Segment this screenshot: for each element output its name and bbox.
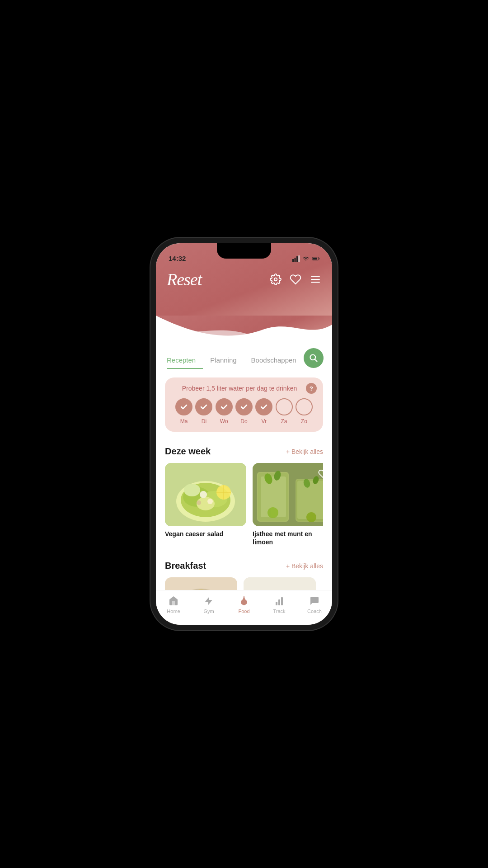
salad-svg — [165, 463, 246, 526]
deze-week-link[interactable]: + Bekijk alles — [286, 448, 323, 455]
svg-rect-60 — [278, 599, 280, 605]
checkmark-icon — [200, 403, 208, 411]
status-icons — [292, 255, 319, 262]
day-label-zo: Zo — [301, 418, 307, 425]
nav-item-track[interactable]: Track — [266, 595, 293, 614]
water-day-za[interactable]: Za — [276, 398, 293, 425]
svg-point-7 — [274, 278, 277, 281]
recipe-card-salad[interactable]: Vegan caeser salad — [165, 463, 246, 546]
svg-point-17 — [184, 484, 200, 496]
notch — [217, 243, 271, 259]
water-tracker-card: ? Probeer 1,5 liter water per dag te dri… — [165, 377, 323, 432]
recipe-card-drink[interactable]: Ijsthee met munt en limoen — [253, 463, 323, 546]
day-label-vr: Vr — [261, 418, 267, 425]
svg-rect-61 — [281, 597, 283, 605]
day-label-do: Do — [240, 418, 247, 425]
food-icon — [238, 595, 250, 607]
home-svg — [168, 595, 179, 606]
nav-label-home: Home — [167, 609, 180, 614]
app-logo: Reset — [167, 269, 202, 289]
breakfast-title: Breakfast — [165, 561, 206, 571]
wave-svg — [156, 316, 332, 343]
track-icon — [273, 595, 285, 607]
bottom-navigation: Home Gym Food — [156, 590, 332, 625]
water-message: Probeer 1,5 liter water per dag te drink… — [174, 385, 314, 392]
water-day-ma[interactable]: Ma — [175, 398, 192, 425]
svg-rect-2 — [296, 256, 298, 262]
water-day-vr[interactable]: Vr — [255, 398, 272, 425]
nav-label-track: Track — [273, 609, 285, 614]
drink-image — [253, 463, 323, 526]
tabs-container: Recepten Planning Boodschappen — [156, 343, 332, 370]
recipe-heart-drink[interactable] — [317, 467, 323, 480]
checkmark-icon — [240, 403, 248, 411]
day-label-ma: Ma — [180, 418, 188, 425]
day-label-za: Za — [281, 418, 287, 425]
svg-rect-3 — [299, 255, 300, 262]
drink-svg — [253, 463, 323, 526]
coach-svg — [309, 595, 320, 606]
day-label-wo: Wo — [220, 418, 228, 425]
settings-icon[interactable] — [270, 274, 282, 285]
menu-icon[interactable] — [310, 274, 321, 285]
tab-boodschappen[interactable]: Boodschappen — [244, 352, 304, 368]
svg-rect-0 — [292, 259, 294, 262]
wave-decoration — [156, 316, 332, 343]
gym-icon — [203, 595, 215, 607]
svg-point-19 — [207, 499, 213, 504]
search-icon — [309, 354, 318, 363]
signal-icon — [292, 255, 300, 262]
coach-icon — [309, 595, 320, 607]
home-icon — [168, 595, 179, 607]
svg-point-20 — [197, 500, 201, 505]
favorites-icon[interactable] — [290, 274, 301, 285]
checkmark-icon — [260, 403, 268, 411]
salad-image — [165, 463, 246, 526]
heart-icon — [318, 469, 323, 479]
tab-planning[interactable]: Planning — [203, 352, 244, 368]
nav-item-coach[interactable]: Coach — [301, 595, 328, 614]
nav-item-home[interactable]: Home — [160, 595, 187, 614]
track-svg — [274, 595, 285, 606]
water-day-di[interactable]: Di — [195, 398, 212, 425]
nav-label-gym: Gym — [203, 609, 214, 614]
status-time: 14:32 — [169, 255, 186, 262]
checkmark-icon — [220, 403, 228, 411]
recipe-name-drink: Ijsthee met munt en limoen — [253, 530, 312, 546]
water-day-wo[interactable]: Wo — [216, 398, 233, 425]
svg-rect-6 — [313, 258, 317, 260]
recipe-name-salad: Vegan caeser salad — [165, 530, 223, 538]
nav-label-food: Food — [238, 609, 249, 614]
nav-label-coach: Coach — [307, 609, 322, 614]
water-day-zo[interactable]: Zo — [296, 398, 313, 425]
search-button[interactable] — [304, 348, 324, 368]
svg-rect-5 — [319, 258, 319, 259]
food-svg — [239, 595, 249, 606]
checkmark-icon — [180, 403, 188, 411]
deze-week-title: Deze week — [165, 446, 211, 457]
svg-point-18 — [200, 491, 207, 498]
tab-recepten[interactable]: Recepten — [167, 352, 203, 368]
water-day-do[interactable]: Do — [235, 398, 253, 425]
water-days-row: Ma Di Wo — [174, 398, 314, 425]
recipe-scroll: Vegan caeser salad — [165, 463, 323, 550]
svg-rect-59 — [276, 602, 277, 605]
water-info-button[interactable]: ? — [306, 383, 317, 394]
wifi-icon — [302, 255, 310, 262]
svg-point-28 — [267, 507, 278, 518]
battery-icon — [312, 255, 319, 262]
svg-rect-1 — [295, 258, 296, 262]
breakfast-link[interactable]: + Bekijk alles — [286, 562, 323, 570]
deze-week-section: Deze week + Bekijk alles — [156, 439, 332, 553]
nav-item-food[interactable]: Food — [230, 595, 258, 614]
day-label-di: Di — [202, 418, 206, 425]
svg-point-34 — [306, 512, 316, 522]
nav-item-gym[interactable]: Gym — [195, 595, 222, 614]
gym-svg — [203, 595, 214, 606]
